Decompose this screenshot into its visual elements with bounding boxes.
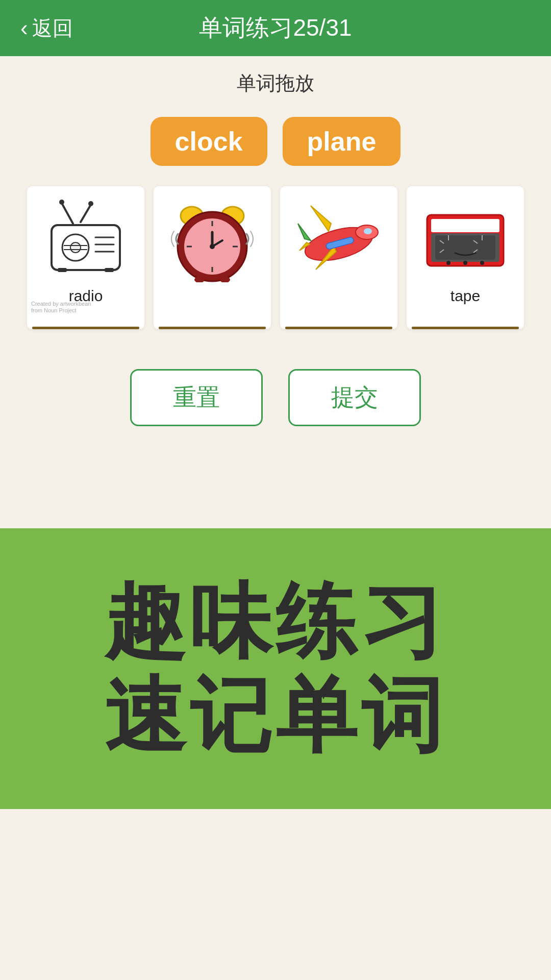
buttons-area: 重置 提交 [0,345,551,457]
svg-line-2 [81,205,91,222]
svg-rect-38 [431,219,499,232]
subtitle: 单词拖放 [0,56,551,107]
bottom-banner: 趣味练习 速记单词 [0,528,551,809]
submit-button[interactable]: 提交 [288,369,421,426]
svg-point-26 [210,244,215,249]
card-underline [285,327,392,329]
svg-marker-32 [311,206,331,231]
back-label: 返回 [32,14,73,42]
card-radio[interactable]: radio Created by artworkbeanfrom Noun Pr… [27,186,144,329]
svg-marker-34 [298,224,311,240]
credit-text: Created by artworkbeanfrom Noun Project [31,301,91,314]
word-chip-clock[interactable]: clock [151,117,267,166]
card-tape-label: tape [450,282,480,308]
back-icon: ‹ [20,17,28,39]
radio-image [42,195,129,282]
svg-point-3 [88,201,93,206]
svg-point-1 [59,200,64,205]
header: ‹ 返回 单词练习25/31 [0,0,551,56]
word-chips-area: clock plane [0,107,551,181]
plane-image [295,195,382,282]
page-title: 单词练习25/31 [199,12,352,44]
svg-point-6 [70,242,81,253]
card-clock[interactable] [154,186,271,329]
card-underline [159,327,266,329]
tape-image [422,195,509,282]
svg-point-48 [446,261,450,265]
card-tape[interactable]: tape [407,186,524,329]
clock-image [169,195,256,282]
card-plane[interactable] [280,186,397,329]
svg-rect-13 [105,268,114,272]
reset-button[interactable]: 重置 [130,369,263,426]
svg-line-0 [62,203,73,224]
svg-point-49 [480,261,484,265]
cards-area: radio Created by artworkbeanfrom Noun Pr… [0,181,551,345]
back-button[interactable]: ‹ 返回 [20,14,73,42]
banner-text: 趣味练习 速记单词 [104,575,447,763]
svg-point-31 [364,228,372,234]
word-chip-plane[interactable]: plane [283,117,401,166]
banner-line2: 速记单词 [104,669,447,763]
svg-rect-46 [435,235,495,260]
content-spacer [0,457,551,528]
banner-line1: 趣味练习 [104,575,447,669]
card-underline [32,327,139,329]
svg-point-47 [463,261,467,265]
svg-rect-12 [58,268,67,272]
card-underline [412,327,519,329]
